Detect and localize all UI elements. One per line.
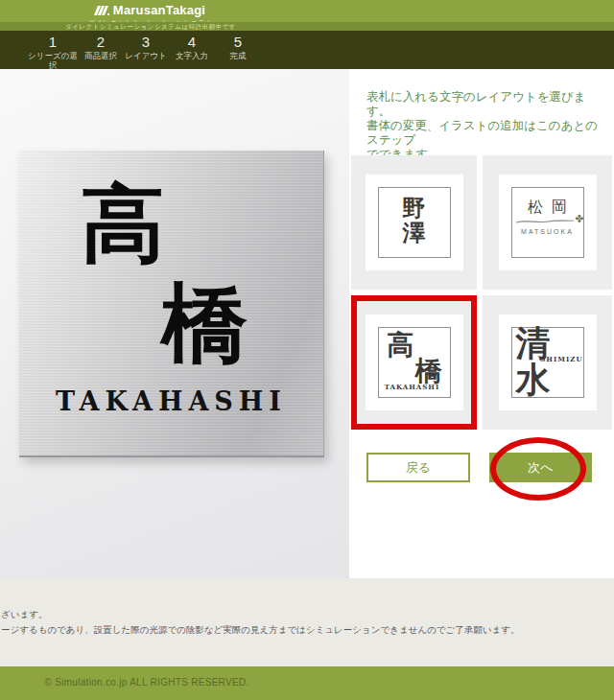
back-button[interactable]: 戻る <box>366 453 470 482</box>
layout-option-nozawa[interactable]: 野 澤 <box>351 155 477 290</box>
option-kanji: 岡 <box>552 198 576 215</box>
option-romaji: MATSUOKA <box>512 228 583 235</box>
notice-bar: ダイレクトシミュレーションシステムは特許出願中です <box>0 22 614 31</box>
layout-thumbnail: 野 澤 <box>366 175 463 270</box>
clover-icon: ✤ <box>575 213 583 225</box>
step-5-complete[interactable]: 5 完成 <box>211 35 265 60</box>
option-kanji: 野 <box>379 196 450 221</box>
footer-bar: © Simulation.co.jp ALL RIGHTS RESERVED. <box>0 666 614 700</box>
layout-option-takahashi-selected[interactable]: 高 橋 TAKAHASHI <box>351 295 477 430</box>
layout-thumbnail: 高 橋 TAKAHASHI <box>366 315 463 410</box>
step-1-series[interactable]: 1 シリーズの選択 <box>26 35 80 70</box>
layout-thumbnail: 松岡 ✤ MATSUOKA <box>499 175 597 270</box>
bottom-notes-area: ざいます。 ージするものであり、設置した際の光源での陰影など実際の見え方まではシ… <box>0 578 614 666</box>
next-button[interactable]: 次へ <box>489 453 592 482</box>
plate-romaji: TAKAHASHI <box>19 386 323 416</box>
layout-thumbnail: 清 水 SHIMIZU <box>499 315 597 410</box>
option-kanji: 橋 <box>415 358 442 385</box>
option-kanji: 水 <box>516 361 551 397</box>
option-kanji: 高 <box>388 332 414 359</box>
option-romaji: TAKAHASHI <box>379 383 446 391</box>
instruction-text: 表札に入れる文字のレイアウトを選びます。 書体の変更、イラストの追加はこのあとの… <box>366 90 608 162</box>
underline-flourish <box>515 218 575 225</box>
brand-stripes-icon <box>96 6 109 15</box>
step-wizard: 1 シリーズの選択 2 商品選択 3 レイアウト 4 文字入力 5 完成 <box>0 31 614 69</box>
layout-option-shimizu[interactable]: 清 水 SHIMIZU <box>483 295 612 430</box>
plate-kanji-first: 高 <box>81 181 165 266</box>
header-bar: MarusanTakagi ダイレクトシミュレーションシステム <box>0 0 614 22</box>
plate-kanji-second: 橋 <box>161 279 248 365</box>
option-kanji: 松 <box>528 198 552 215</box>
option-romaji: SHIMIZU <box>540 355 582 363</box>
option-kanji: 澤 <box>379 221 450 245</box>
page: MarusanTakagi ダイレクトシミュレーションシステム ダイレクトシミュ… <box>0 0 614 700</box>
logo-text: MarusanTakagi <box>113 3 205 17</box>
note-line-1: ざいます。 <box>1 609 47 621</box>
layout-option-matsuoka[interactable]: 松岡 ✤ MATSUOKA <box>483 155 612 290</box>
layout-chooser-panel: 表札に入れる文字のレイアウトを選びます。 書体の変更、イラストの追加はこのあとの… <box>349 69 614 578</box>
copyright-text: © Simulation.co.jp ALL RIGHTS RESERVED. <box>0 677 294 688</box>
nameplate-preview-image: 高 橋 TAKAHASHI <box>19 151 324 457</box>
note-line-2: ージするものであり、設置した際の光源での陰影など実際の見え方まではシミュレーショ… <box>1 624 519 637</box>
nameplate-preview-area: 高 橋 TAKAHASHI <box>0 69 349 578</box>
